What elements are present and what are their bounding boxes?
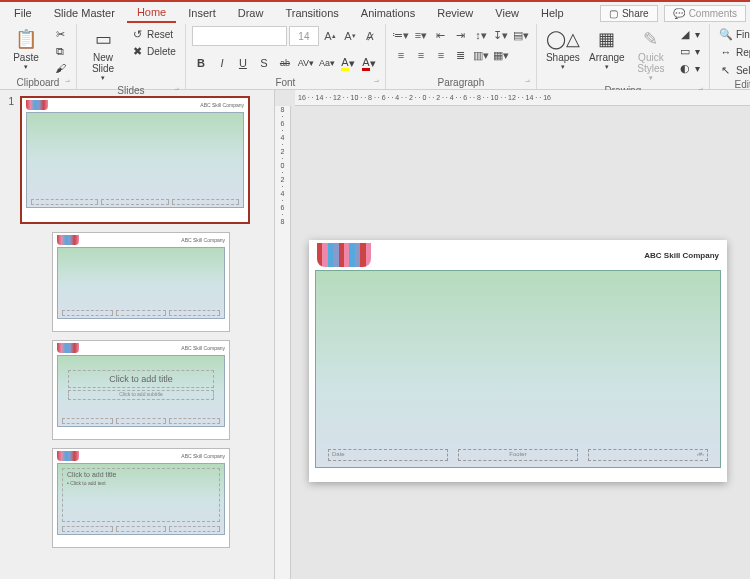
ribbon: 📋 Paste▾ ✂ ⧉ 🖌 Clipboard ▭ New Slide▾ ↺R… xyxy=(0,24,750,90)
copy-button[interactable]: ⧉ xyxy=(50,43,70,59)
highlight-button[interactable]: A▾ xyxy=(339,54,357,72)
shrink-font-button[interactable]: A▾ xyxy=(341,27,359,45)
case-button[interactable]: Aa▾ xyxy=(318,54,336,72)
comment-icon: 💬 xyxy=(673,8,685,19)
select-button[interactable]: ↖Select ▾ xyxy=(716,62,750,78)
title-placeholder: Click to add title xyxy=(68,370,214,388)
font-name-input[interactable] xyxy=(192,26,287,46)
group-label-font: Font xyxy=(192,76,379,89)
slide-logo-icon xyxy=(317,243,371,267)
cut-button[interactable]: ✂ xyxy=(50,26,70,42)
footer-placeholder[interactable]: Footer xyxy=(458,449,578,461)
align-text-button[interactable]: ▤▾ xyxy=(512,26,530,44)
quick-styles-button[interactable]: ✎Quick Styles▾ xyxy=(631,26,671,84)
company-label: ABC Skill Company xyxy=(644,251,719,260)
tab-home[interactable]: Home xyxy=(127,3,176,23)
shape-effects-button[interactable]: ◐▾ xyxy=(675,60,703,76)
strike-button[interactable]: ab xyxy=(276,54,294,72)
bullets-button[interactable]: ≔▾ xyxy=(392,26,410,44)
paste-icon: 📋 xyxy=(14,28,38,52)
slide-canvas[interactable]: ABC Skill Company Date Footer ‹#› xyxy=(309,240,727,482)
vertical-ruler[interactable]: 8·6· 4·2· 0·2· 4·6· 8 xyxy=(275,106,291,579)
logo-icon xyxy=(26,100,48,110)
justify-button[interactable]: ≣ xyxy=(452,46,470,64)
spacing-button[interactable]: AV▾ xyxy=(297,54,315,72)
reset-button[interactable]: ↺Reset xyxy=(127,26,179,42)
outline-icon: ▭ xyxy=(678,44,692,58)
comments-button[interactable]: 💬Comments xyxy=(664,5,746,22)
italic-button[interactable]: I xyxy=(213,54,231,72)
logo-icon xyxy=(57,343,79,353)
shapes-button[interactable]: ◯△Shapes▾ xyxy=(543,26,583,73)
dec-indent-button[interactable]: ⇤ xyxy=(432,26,450,44)
replace-button[interactable]: ↔Replace ▾ xyxy=(716,44,750,60)
group-label-clipboard: Clipboard xyxy=(6,76,70,89)
find-button[interactable]: 🔍Find xyxy=(716,26,750,42)
group-label-paragraph: Paragraph xyxy=(392,76,530,89)
tab-file[interactable]: File xyxy=(4,4,42,22)
tab-review[interactable]: Review xyxy=(427,4,483,22)
date-placeholder[interactable]: Date xyxy=(328,449,448,461)
horizontal-ruler[interactable]: 16 · · 14 · · 12 · · 10 · · 8 · · 6 · · … xyxy=(295,90,750,106)
brush-icon: 🖌 xyxy=(53,61,67,75)
group-paragraph: ≔▾ ≡▾ ⇤ ⇥ ↕▾ ↧▾ ▤▾ ≡ ≡ ≡ ≣ ▥▾ ▦▾ Paragra… xyxy=(386,24,537,89)
arrange-button[interactable]: ▦Arrange▾ xyxy=(587,26,627,73)
new-slide-icon: ▭ xyxy=(91,28,115,52)
numbering-button[interactable]: ≡▾ xyxy=(412,26,430,44)
thumb-number: 1 xyxy=(4,96,14,107)
columns-button[interactable]: ▥▾ xyxy=(472,46,490,64)
master-thumb[interactable]: ABC Skill Company xyxy=(20,96,250,224)
tab-transitions[interactable]: Transitions xyxy=(275,4,348,22)
logo-icon xyxy=(57,235,79,245)
text-direction-button[interactable]: ↧▾ xyxy=(492,26,510,44)
align-left-button[interactable]: ≡ xyxy=(392,46,410,64)
underline-button[interactable]: U xyxy=(234,54,252,72)
content-placeholder: Click to add title • Click to add text xyxy=(62,468,220,522)
line-spacing-button[interactable]: ↕▾ xyxy=(472,26,490,44)
replace-icon: ↔ xyxy=(719,45,733,59)
clear-format-button[interactable]: A̷ xyxy=(361,27,379,45)
group-editing: 🔍Find ↔Replace ▾ ↖Select ▾ Editing xyxy=(710,24,750,89)
layout-thumb-2[interactable]: ABC Skill Company Click to add title Cli… xyxy=(52,340,230,440)
tab-slide-master[interactable]: Slide Master xyxy=(44,4,125,22)
tab-animations[interactable]: Animations xyxy=(351,4,425,22)
tab-draw[interactable]: Draw xyxy=(228,4,274,22)
font-color-button[interactable]: A▾ xyxy=(360,54,378,72)
bold-button[interactable]: B xyxy=(192,54,210,72)
shapes-icon: ◯△ xyxy=(551,28,575,52)
arrange-icon: ▦ xyxy=(595,28,619,52)
group-label-slides: Slides xyxy=(83,84,179,97)
delete-button[interactable]: ✖Delete xyxy=(127,43,179,59)
format-painter-button[interactable]: 🖌 xyxy=(50,60,70,76)
scissors-icon: ✂ xyxy=(53,27,67,41)
inc-indent-button[interactable]: ⇥ xyxy=(452,26,470,44)
align-right-button[interactable]: ≡ xyxy=(432,46,450,64)
align-center-button[interactable]: ≡ xyxy=(412,46,430,64)
search-icon: 🔍 xyxy=(719,27,733,41)
styles-icon: ✎ xyxy=(639,28,663,52)
font-size-input[interactable] xyxy=(289,26,319,46)
edit-area: 16 · · 14 · · 12 · · 10 · · 8 · · 6 · · … xyxy=(275,90,750,579)
paste-button[interactable]: 📋 Paste▾ xyxy=(6,26,46,73)
tab-view[interactable]: View xyxy=(485,4,529,22)
share-button[interactable]: ▢Share xyxy=(600,5,658,22)
grow-font-button[interactable]: A▴ xyxy=(321,27,339,45)
tab-help[interactable]: Help xyxy=(531,4,574,22)
group-drawing: ◯△Shapes▾ ▦Arrange▾ ✎Quick Styles▾ ◢▾ ▭▾… xyxy=(537,24,710,89)
smartart-button[interactable]: ▦▾ xyxy=(492,46,510,64)
delete-icon: ✖ xyxy=(130,44,144,58)
layout-thumb-3[interactable]: ABC Skill Company Click to add title • C… xyxy=(52,448,230,548)
page-number-placeholder[interactable]: ‹#› xyxy=(588,449,708,461)
tab-insert[interactable]: Insert xyxy=(178,4,226,22)
shape-fill-button[interactable]: ◢▾ xyxy=(675,26,703,42)
copy-icon: ⧉ xyxy=(53,44,67,58)
shadow-button[interactable]: S xyxy=(255,54,273,72)
share-icon: ▢ xyxy=(609,8,618,19)
new-slide-button[interactable]: ▭ New Slide▾ xyxy=(83,26,123,84)
shape-outline-button[interactable]: ▭▾ xyxy=(675,43,703,59)
layout-thumb-1[interactable]: ABC Skill Company xyxy=(52,232,230,332)
logo-icon xyxy=(57,451,79,461)
reset-icon: ↺ xyxy=(130,27,144,41)
menu-bar: File Slide Master Home Insert Draw Trans… xyxy=(0,2,750,24)
group-slides: ▭ New Slide▾ ↺Reset ✖Delete Slides xyxy=(77,24,186,89)
